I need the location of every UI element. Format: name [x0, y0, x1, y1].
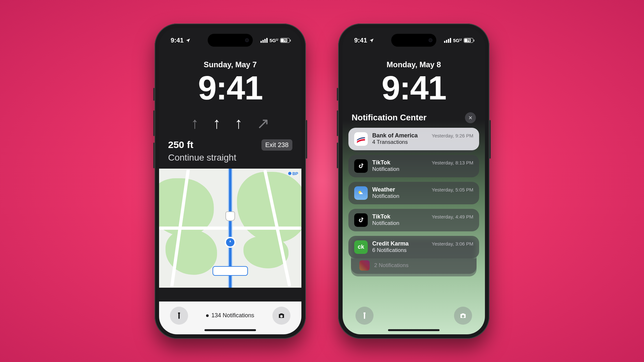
notification-item[interactable]: Bank of America4 Transactions Yesterday,…: [348, 128, 479, 150]
phone-left: 9:41 5Gᵁ 70 Sunday, May 7 9:41 ↑ ↑ ↑ ↗ 2…: [155, 23, 306, 339]
flashlight-icon: [361, 312, 368, 320]
notification-item[interactable]: ck Credit Karma6 Notifications Yesterday…: [348, 236, 479, 274]
tiktok-icon: [354, 159, 368, 173]
notification-item[interactable]: TikTokNotification Yesterday, 8:13 PM: [348, 155, 479, 177]
camera-icon: [459, 312, 467, 320]
destination-chip: [213, 266, 248, 276]
close-button[interactable]: [465, 112, 476, 123]
signal-icon: [260, 38, 268, 43]
phone-right: 9:41 5Gᵁ 70 Monday, May 8 9:41 Notificat…: [338, 23, 489, 339]
lane-guidance: ↑ ↑ ↑ ↗: [168, 114, 292, 132]
flashlight-icon: [175, 312, 183, 320]
notification-item[interactable]: TikTokNotification Yesterday, 4:49 PM: [348, 209, 479, 231]
home-indicator[interactable]: [204, 329, 256, 331]
notification-list[interactable]: Bank of America4 Transactions Yesterday,…: [343, 123, 485, 274]
signal-icon: [444, 38, 451, 43]
network-label: 5Gᵁ: [453, 38, 462, 43]
creditkarma-icon: ck: [354, 240, 368, 254]
notification-center-title: Notification Center: [352, 113, 427, 123]
lane-arrow-icon: ↑: [213, 114, 221, 132]
user-location-icon: [225, 237, 236, 248]
dynamic-island: [208, 34, 253, 47]
battery-icon: 70: [280, 38, 290, 43]
location-icon: [369, 38, 374, 43]
camera-button[interactable]: [272, 307, 290, 325]
weather-icon: [354, 186, 368, 200]
notification-count[interactable]: 134 Notifications: [206, 312, 254, 319]
highway-shield-icon: [225, 211, 235, 221]
battery-icon: 70: [464, 38, 473, 43]
lock-time: 9:41: [343, 71, 485, 105]
lock-date: Sunday, May 7: [159, 60, 301, 69]
dynamic-island: [391, 34, 436, 47]
nav-distance: 250 ft: [168, 139, 193, 150]
location-icon: [185, 38, 191, 43]
lock-time: 9:41: [159, 71, 301, 105]
nav-instruction: Continue straight: [168, 153, 292, 163]
tiktok-icon: [354, 213, 368, 227]
status-time: 9:41: [171, 37, 184, 44]
flashlight-button[interactable]: [170, 307, 188, 325]
lane-arrow-icon: ↑: [191, 114, 199, 132]
close-icon: [468, 116, 473, 120]
map-poi-label: BP: [288, 171, 298, 176]
lane-arrow-right-icon: ↗: [257, 114, 270, 132]
camera-button[interactable]: [454, 307, 472, 325]
nav-panel[interactable]: ↑ ↑ ↑ ↗ 250 ft Exit 238 Continue straigh…: [159, 105, 301, 169]
lock-bottom-bar: 134 Notifications: [159, 302, 301, 334]
lock-bottom-bar: [343, 302, 485, 334]
bofa-icon: [354, 132, 368, 146]
network-label: 5Gᵁ: [270, 38, 278, 43]
map-view[interactable]: BP: [159, 169, 301, 288]
notification-item[interactable]: WeatherNotification Yesterday, 5:05 PM: [348, 182, 479, 204]
lock-date: Monday, May 8: [343, 60, 485, 69]
flashlight-button[interactable]: [355, 307, 374, 325]
status-time: 9:41: [354, 37, 367, 44]
exit-chip: Exit 238: [261, 139, 292, 151]
home-indicator[interactable]: [388, 329, 440, 331]
lane-arrow-icon: ↑: [235, 114, 242, 132]
camera-icon: [278, 312, 285, 320]
